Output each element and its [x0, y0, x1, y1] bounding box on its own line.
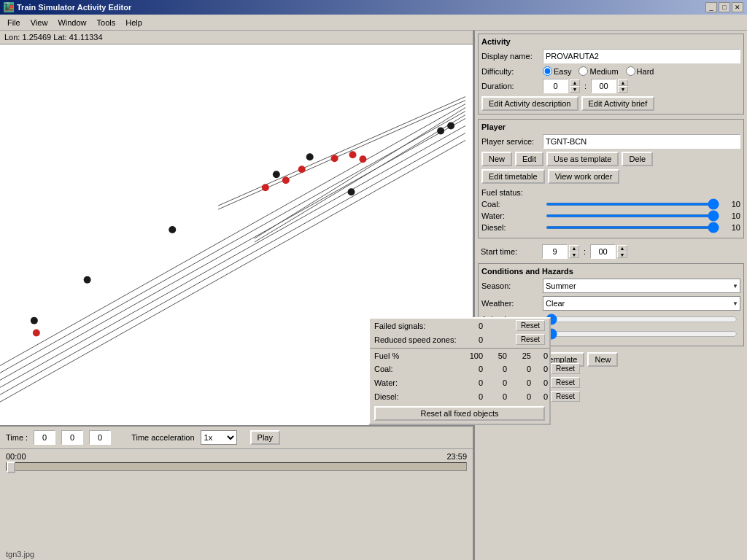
close-button[interactable]: ✕ — [732, 2, 743, 12]
diesel-50: 0 — [489, 392, 507, 401]
difficulty-medium-option[interactable]: Medium — [578, 66, 618, 76]
activity-buttons-row: Edit Activity description Edit Activity … — [481, 96, 740, 111]
player-use-as-template-button[interactable]: Use as template — [546, 152, 619, 166]
reset-diesel-button[interactable]: Reset — [551, 391, 580, 402]
duration-row: Duration: ▲ ▼ : ▲ ▼ — [481, 79, 740, 93]
app-icon: 🚂 — [4, 2, 14, 12]
reset-failed-signals-button[interactable]: Reset — [516, 320, 545, 331]
duration-minutes-down[interactable]: ▼ — [618, 86, 628, 93]
difficulty-hard-radio[interactable] — [626, 66, 635, 76]
season-select[interactable]: Spring Summer Autumn Winter — [543, 279, 740, 293]
difficulty-easy-radio[interactable] — [543, 66, 552, 76]
reset-all-button[interactable]: Reset all fixed objects — [374, 406, 545, 421]
svg-point-11 — [84, 276, 91, 284]
timeline-track[interactable] — [6, 462, 467, 471]
timeline-thumb[interactable] — [7, 462, 15, 473]
stats-coal-row: Coal: 0 0 0 0 Reset — [370, 362, 549, 376]
accel-label: Time acceleration — [131, 433, 194, 442]
menu-tools[interactable]: Tools — [93, 17, 120, 28]
water-label-stats: Water: — [374, 378, 462, 387]
diesel-slider[interactable] — [546, 226, 720, 229]
minimize-button[interactable]: _ — [705, 2, 717, 12]
svg-point-22 — [331, 155, 338, 162]
menu-view[interactable]: View — [26, 17, 53, 28]
fuel-25: 25 — [513, 351, 531, 360]
coal-0: 0 — [537, 365, 548, 373]
start-hours-up[interactable]: ▲ — [569, 245, 579, 252]
player-edit-button[interactable]: Edit — [515, 152, 543, 166]
people-slider[interactable] — [546, 328, 738, 340]
stats-water-row: Water: 0 0 0 0 Reset — [370, 376, 549, 389]
edit-timetable-button[interactable]: Edit timetable — [481, 169, 545, 184]
water-100: 0 — [465, 378, 483, 387]
view-work-order-button[interactable]: View work order — [548, 169, 620, 184]
menu-window[interactable]: Window — [53, 17, 90, 28]
start-time-minutes-input[interactable] — [590, 244, 616, 259]
coal-value: 10 — [726, 200, 740, 209]
edit-description-button[interactable]: Edit Activity description — [481, 96, 578, 111]
time-minutes[interactable] — [61, 430, 83, 445]
start-minutes-down[interactable]: ▼ — [617, 252, 627, 258]
reset-water-button[interactable]: Reset — [551, 377, 580, 388]
duration-colon: : — [584, 82, 587, 90]
svg-point-18 — [33, 330, 40, 337]
water-slider[interactable] — [546, 214, 720, 217]
weather-select[interactable]: Clear Overcast Rain Snow — [543, 296, 740, 311]
diesel-value: 10 — [726, 223, 740, 232]
duration-minutes-up[interactable]: ▲ — [618, 79, 628, 86]
coal-slider[interactable] — [546, 203, 720, 206]
stats-failed-signals-row: Failed signals: 0 Reset — [370, 319, 549, 332]
reset-reduced-speed-button[interactable]: Reset — [516, 334, 545, 345]
start-time-colon: : — [584, 247, 586, 256]
fuel-100: 100 — [465, 351, 483, 360]
main-container: Lon: 1.25469 Lat: 41.11334 — [0, 31, 747, 560]
weather-dropdown-wrapper: Clear Overcast Rain Snow — [543, 296, 740, 311]
start-time-minutes-spinner: ▲ ▼ — [590, 244, 627, 259]
menu-help[interactable]: Help — [121, 17, 147, 28]
acceleration-select[interactable]: 1x 2x 4x 8x — [201, 430, 237, 445]
animals-slider[interactable] — [546, 314, 738, 325]
svg-point-21 — [298, 166, 306, 173]
time-label: Time : — [6, 433, 28, 442]
bottom-new-button[interactable]: New — [587, 352, 618, 367]
time-hours[interactable] — [34, 430, 55, 445]
coal-100: 0 — [465, 365, 483, 373]
display-name-row: Display name: — [481, 49, 740, 63]
start-time-row: Start time: ▲ ▼ : ▲ ▼ — [478, 243, 744, 260]
menu-file[interactable]: File — [3, 17, 25, 28]
display-name-input[interactable] — [543, 49, 740, 63]
duration-hours-input[interactable] — [543, 79, 568, 93]
player-new-button[interactable]: New — [481, 152, 512, 166]
diesel-label-player: Diesel: — [481, 223, 540, 232]
diesel-100: 0 — [465, 392, 483, 401]
fuel-pct-label: Fuel % — [374, 351, 462, 360]
reduced-speed-value: 0 — [465, 335, 483, 344]
duration-hours-up[interactable]: ▲ — [570, 79, 580, 86]
duration-minutes-spinner: ▲ ▼ — [591, 79, 628, 93]
timeline-area: 00:00 23:59 — [0, 449, 473, 548]
player-section: Player Player service: New Edit Use as t… — [478, 119, 744, 238]
play-button[interactable]: Play — [250, 430, 280, 445]
coal-label-player: Coal: — [481, 200, 540, 209]
reset-coal-button[interactable]: Reset — [551, 363, 580, 374]
timeline-start: 00:00 — [6, 452, 26, 461]
difficulty-easy-option[interactable]: Easy — [543, 66, 571, 76]
start-minutes-up[interactable]: ▲ — [617, 245, 627, 252]
maximize-button[interactable]: □ — [719, 2, 730, 12]
player-delete-button[interactable]: Dele — [622, 152, 653, 166]
edit-brief-button[interactable]: Edit Activity brief — [581, 96, 655, 111]
difficulty-hard-option[interactable]: Hard — [626, 66, 654, 76]
diesel-0: 0 — [537, 392, 548, 401]
diesel-fuel-row: Diesel: 10 — [481, 223, 740, 232]
duration-hours-down[interactable]: ▼ — [570, 86, 580, 93]
time-seconds[interactable] — [89, 430, 111, 445]
start-hours-down[interactable]: ▼ — [569, 252, 579, 258]
svg-point-13 — [273, 171, 280, 178]
svg-point-14 — [306, 153, 314, 160]
difficulty-medium-radio[interactable] — [578, 66, 588, 76]
start-time-hours-input[interactable] — [542, 244, 568, 259]
coal-label-stats: Coal: — [374, 365, 462, 373]
coal-fuel-row: Coal: 10 — [481, 200, 740, 209]
player-service-input[interactable] — [543, 134, 740, 149]
duration-minutes-input[interactable] — [591, 79, 616, 93]
